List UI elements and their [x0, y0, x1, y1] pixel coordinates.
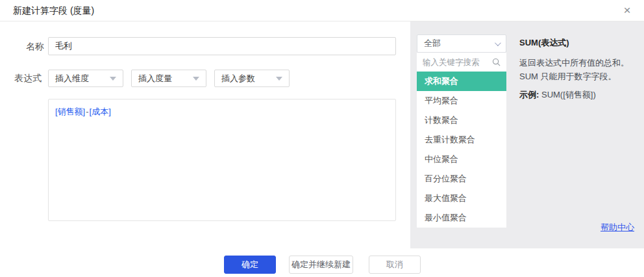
caret-down-icon	[110, 77, 116, 81]
insert-dimension-label: 插入维度	[55, 73, 89, 85]
aggregation-list-item[interactable]: 最小值聚合	[417, 208, 506, 228]
aggregation-list-item[interactable]: 计数聚合	[417, 111, 506, 130]
confirm-button[interactable]: 确定	[224, 256, 276, 274]
dialog-footer: 确定 确定并继续新建 取消	[0, 248, 644, 277]
confirm-and-continue-button[interactable]: 确定并继续新建	[289, 256, 353, 274]
aggregation-list-item[interactable]: 平均聚合	[417, 91, 506, 111]
function-reference-panel: 全部 求和聚合平均聚合计数聚合去重计数聚合中位聚合百分位聚合最大值聚合最小值聚合…	[410, 21, 644, 248]
name-input[interactable]	[48, 37, 396, 55]
expression-label: 表达式	[14, 73, 42, 85]
help-center-link[interactable]: 帮助中心	[601, 222, 634, 233]
search-row	[417, 53, 506, 72]
aggregation-list-card: 求和聚合平均聚合计数聚合去重计数聚合中位聚合百分位聚合最大值聚合最小值聚合	[417, 53, 506, 228]
expression-field-token: [销售额]	[55, 107, 85, 116]
caret-down-icon	[276, 77, 282, 81]
category-dropdown[interactable]: 全部	[417, 34, 506, 53]
aggregation-list-item[interactable]: 去重计数聚合	[417, 130, 506, 150]
function-detail-example: 示例: SUM([销售额])	[519, 89, 639, 101]
insert-measure-label: 插入度量	[138, 73, 172, 85]
insert-measure-dropdown[interactable]: 插入度量	[131, 70, 206, 87]
aggregation-list: 求和聚合平均聚合计数聚合去重计数聚合中位聚合百分位聚合最大值聚合最小值聚合	[417, 72, 506, 228]
aggregation-list-item[interactable]: 求和聚合	[417, 72, 506, 91]
expression-editor[interactable]: [销售额]-[成本]	[48, 99, 396, 221]
chevron-down-icon	[495, 40, 501, 46]
search-icon[interactable]	[492, 58, 501, 66]
aggregation-list-item[interactable]: 百分位聚合	[417, 169, 506, 189]
insert-parameter-label: 插入参数	[221, 73, 255, 85]
aggregation-list-item[interactable]: 中位聚合	[417, 150, 506, 169]
new-calculated-field-dialog: 新建计算字段 (度量) × 名称 表达式 插入维度 插入度量 插入参数 [销售额…	[0, 0, 644, 277]
dialog-header: 新建计算字段 (度量) ×	[0, 0, 644, 21]
function-detail-description: 返回表达式中所有值的总和。SUM 只能用于数字字段。	[519, 56, 639, 83]
insert-parameter-dropdown[interactable]: 插入参数	[214, 70, 290, 87]
expression-field-token: [成本]	[90, 107, 111, 116]
search-input[interactable]	[423, 58, 490, 67]
caret-down-icon	[193, 77, 199, 81]
close-icon[interactable]: ×	[619, 3, 635, 18]
example-value: SUM([销售额])	[541, 90, 596, 99]
dialog-title: 新建计算字段 (度量)	[13, 5, 94, 17]
example-label: 示例:	[519, 90, 539, 99]
function-detail: SUM(表达式) 返回表达式中所有值的总和。SUM 只能用于数字字段。 示例: …	[519, 37, 639, 101]
aggregation-list-item[interactable]: 最大值聚合	[417, 189, 506, 208]
function-detail-title: SUM(表达式)	[519, 37, 639, 49]
insert-dimension-dropdown[interactable]: 插入维度	[48, 70, 123, 87]
cancel-button[interactable]: 取消	[369, 256, 421, 274]
name-label: 名称	[26, 41, 44, 53]
category-dropdown-value: 全部	[424, 38, 441, 49]
